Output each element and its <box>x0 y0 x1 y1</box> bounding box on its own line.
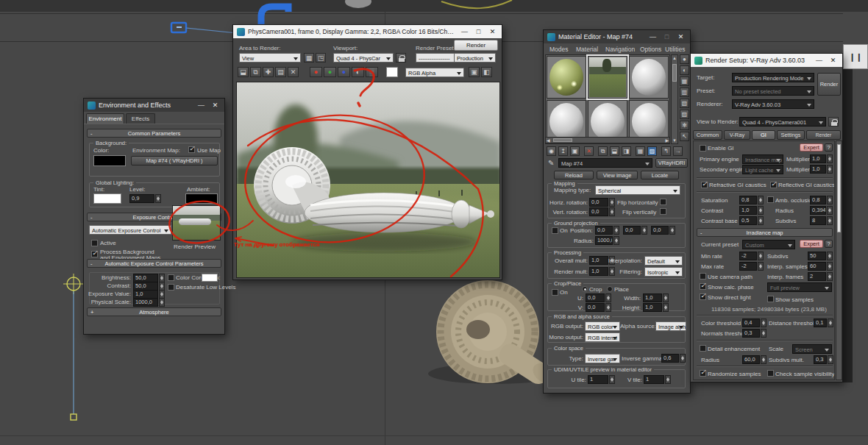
randomize-samples-checkbox[interactable] <box>700 370 706 377</box>
lock-view-icon[interactable] <box>828 117 839 127</box>
material-editor-window[interactable]: Material Editor - Map #74 — □ ✕ Modes Ma… <box>543 29 691 394</box>
use-map-checkbox[interactable] <box>188 146 195 153</box>
interpolation-dropdown[interactable]: Default <box>644 256 683 266</box>
minimize-button[interactable]: — <box>647 33 658 40</box>
tab-effects[interactable]: Effects <box>126 113 155 124</box>
spinner[interactable] <box>609 198 615 207</box>
spinner[interactable] <box>827 380 833 380</box>
u-tile-field[interactable]: 1 <box>588 375 608 384</box>
menu-options[interactable]: Options <box>640 46 661 53</box>
enable-gi-checkbox[interactable] <box>700 145 706 152</box>
show-direct-light-checkbox[interactable] <box>700 293 706 300</box>
channel-display-dropdown[interactable]: RGB Alpha <box>405 68 464 77</box>
spinner[interactable] <box>758 262 764 271</box>
target-dropdown[interactable]: Production Rendering Mode <box>732 73 814 82</box>
active-checkbox[interactable] <box>91 240 98 246</box>
color-correction-swatch[interactable] <box>202 274 218 282</box>
spinner[interactable] <box>827 252 833 260</box>
level-field[interactable]: 0,9 <box>129 194 154 203</box>
menu-modes[interactable]: Modes <box>549 46 569 53</box>
copy-image-icon[interactable]: ⧉ <box>250 67 261 77</box>
position-z-field[interactable]: 0,0 <box>651 226 669 235</box>
render-preview-thumbnail[interactable] <box>172 205 221 241</box>
contrast-base-field[interactable]: 0,5 <box>739 216 757 225</box>
environment-effects-window[interactable]: Environment and Effects — ✕ Environment … <box>83 98 225 335</box>
maximize-button[interactable]: □ <box>661 33 672 40</box>
spinner[interactable] <box>758 196 764 204</box>
distance-threshold-field[interactable]: 0,1 <box>814 318 827 327</box>
put-to-library-icon[interactable]: ⬓ <box>610 146 619 156</box>
flip-vertically-checkbox[interactable] <box>660 208 666 215</box>
spinner[interactable] <box>609 207 615 216</box>
sample-slot-active-map74[interactable] <box>588 56 627 99</box>
tab-common[interactable]: Common <box>693 130 722 140</box>
blue-channel-icon[interactable]: ● <box>338 67 350 77</box>
v-field[interactable]: 0,0 <box>586 303 605 312</box>
level-spinner[interactable] <box>155 194 161 203</box>
vert-rotation-field[interactable]: 0,0 <box>589 207 608 216</box>
spinner[interactable] <box>827 165 833 174</box>
spinner[interactable] <box>827 196 833 204</box>
spinner[interactable] <box>828 318 833 327</box>
help-button[interactable]: ? <box>825 143 833 152</box>
environment-map-button[interactable]: Map #74 ( VRayHDRI ) <box>131 156 218 165</box>
spinner[interactable] <box>827 154 833 163</box>
flip-horizontally-checkbox[interactable] <box>660 199 666 205</box>
close-button[interactable]: ✕ <box>210 102 221 109</box>
render-mult-field[interactable]: 1,0 <box>589 267 608 276</box>
rollout-atmosphere[interactable]: +Atmosphere <box>87 307 221 316</box>
view-image-button[interactable]: View image <box>597 171 638 179</box>
u-field[interactable]: 0,0 <box>586 293 605 302</box>
show-background-icon[interactable]: ▦ <box>636 146 645 156</box>
clone-frame-icon[interactable]: ✚ <box>263 67 274 77</box>
width-field[interactable]: 1,0 <box>643 293 662 302</box>
production-dropdown[interactable]: Production <box>454 53 496 63</box>
background-color-swatch[interactable] <box>93 155 126 166</box>
mono-output-dropdown[interactable]: RGB intensi <box>585 332 620 342</box>
spinner[interactable] <box>827 216 833 225</box>
close-button[interactable]: ✕ <box>675 33 686 40</box>
spinner[interactable] <box>641 226 647 235</box>
detail-radius-field[interactable]: 60,0 <box>742 355 760 364</box>
show-map-in-viewport-icon[interactable]: ▨ <box>647 146 657 156</box>
spinner[interactable] <box>605 293 611 302</box>
sample-slot[interactable] <box>547 56 586 99</box>
reset-map-icon[interactable]: ✕ <box>584 146 594 156</box>
environment-title-bar[interactable]: Environment and Effects — ✕ <box>84 99 224 112</box>
spinner[interactable] <box>827 262 833 271</box>
spinner[interactable] <box>663 293 669 302</box>
spinner[interactable] <box>761 329 766 338</box>
ornament-object[interactable] <box>428 280 561 388</box>
detail-enhancement-checkbox[interactable] <box>700 345 706 352</box>
menu-material[interactable]: Material <box>576 46 598 53</box>
go-to-parent-icon[interactable]: ↰ <box>661 146 671 156</box>
reflective-caustics-checkbox[interactable] <box>770 182 777 188</box>
background-color-swatch[interactable] <box>386 67 398 77</box>
render-preview-label[interactable]: Render Preview <box>174 243 216 251</box>
get-material-icon[interactable]: ◉ <box>547 146 556 156</box>
area-to-render-dropdown[interactable]: View <box>239 53 301 63</box>
color-threshold-field[interactable]: 0,4 <box>742 318 760 327</box>
spinner[interactable] <box>663 303 669 312</box>
process-background-checkbox[interactable] <box>91 251 98 257</box>
menu-navigation[interactable]: Navigation <box>605 46 635 53</box>
spinner[interactable] <box>827 272 833 281</box>
crop-on-checkbox[interactable] <box>552 289 558 296</box>
render-button[interactable]: Render <box>454 40 498 51</box>
saturation-field[interactable]: 0,8 <box>739 196 757 204</box>
tab-render-elements[interactable]: Render Elements <box>806 130 841 140</box>
alpha-channel-icon[interactable]: ▒ <box>366 67 378 77</box>
sample-vscrollbar[interactable]: ▲▼ <box>671 54 678 144</box>
edit-region-icon[interactable]: ▦ <box>304 53 314 63</box>
secondary-multiplier-field[interactable]: 1,0 <box>810 165 826 174</box>
secondary-engine-dropdown[interactable]: Light cache <box>742 165 783 174</box>
height-field[interactable]: 1,0 <box>643 303 662 312</box>
locate-button[interactable]: Locate <box>641 171 679 179</box>
interp-samples-field[interactable]: 60 <box>808 262 826 271</box>
interp-frames-field[interactable]: 2 <box>808 272 826 281</box>
eyedropper-icon[interactable]: ✎ <box>548 160 554 167</box>
filtering-dropdown[interactable]: Isotropic <box>644 267 683 277</box>
spinner[interactable] <box>758 206 764 215</box>
sample-slot[interactable] <box>629 56 669 99</box>
rollout-irradiance-map[interactable]: -Irradiance map <box>697 228 833 237</box>
